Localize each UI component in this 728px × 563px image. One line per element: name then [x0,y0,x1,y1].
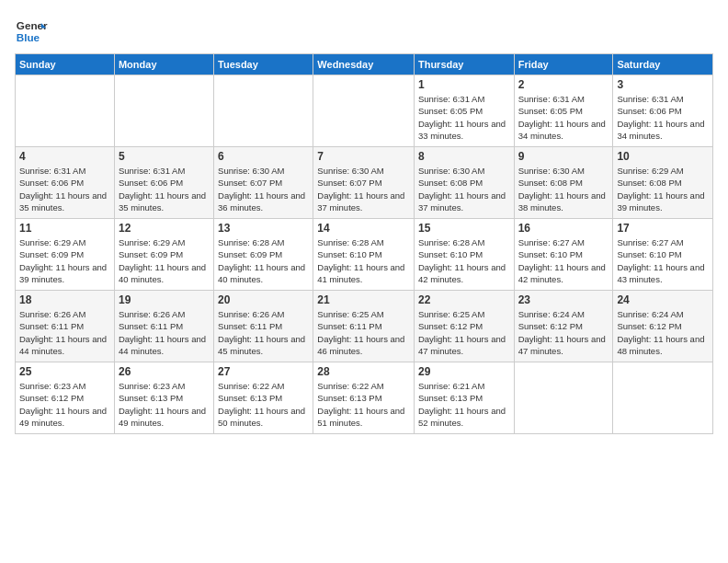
day-number: 14 [317,222,410,235]
day-detail: Sunrise: 6:21 AM Sunset: 6:13 PM Dayligh… [418,380,510,429]
day-detail: Sunrise: 6:31 AM Sunset: 6:06 PM Dayligh… [19,165,110,213]
day-number: 7 [317,150,410,163]
day-detail: Sunrise: 6:26 AM Sunset: 6:11 PM Dayligh… [119,308,210,357]
day-number: 8 [418,150,510,163]
calendar-cell: 12Sunrise: 6:29 AM Sunset: 6:09 PM Dayli… [114,219,213,291]
day-detail: Sunrise: 6:28 AM Sunset: 6:09 PM Dayligh… [218,236,309,285]
calendar-cell [114,75,213,147]
calendar-cell: 16Sunrise: 6:27 AM Sunset: 6:10 PM Dayli… [514,219,613,291]
calendar-cell: 4Sunrise: 6:31 AM Sunset: 6:06 PM Daylig… [16,147,115,219]
calendar-cell: 26Sunrise: 6:23 AM Sunset: 6:13 PM Dayli… [114,362,213,434]
day-detail: Sunrise: 6:27 AM Sunset: 6:10 PM Dayligh… [518,236,609,285]
day-detail: Sunrise: 6:29 AM Sunset: 6:09 PM Dayligh… [119,236,210,285]
day-detail: Sunrise: 6:31 AM Sunset: 6:05 PM Dayligh… [418,93,510,142]
svg-text:Blue: Blue [17,31,40,43]
day-number: 1 [418,78,510,91]
calendar-cell: 29Sunrise: 6:21 AM Sunset: 6:13 PM Dayli… [414,362,514,434]
day-detail: Sunrise: 6:30 AM Sunset: 6:08 PM Dayligh… [418,165,510,213]
calendar-cell: 6Sunrise: 6:30 AM Sunset: 6:07 PM Daylig… [214,147,313,219]
logo: General Blue [15,15,48,48]
calendar-cell: 17Sunrise: 6:27 AM Sunset: 6:10 PM Dayli… [613,219,713,291]
calendar-cell: 24Sunrise: 6:24 AM Sunset: 6:12 PM Dayli… [613,291,713,362]
day-detail: Sunrise: 6:26 AM Sunset: 6:11 PM Dayligh… [218,308,309,357]
day-number: 11 [19,222,110,235]
day-number: 20 [218,293,309,306]
day-number: 28 [317,365,410,378]
logo-icon: General Blue [15,15,48,48]
weekday-header-tuesday: Tuesday [214,54,313,75]
day-number: 2 [518,78,609,91]
day-number: 6 [218,150,309,163]
day-detail: Sunrise: 6:30 AM Sunset: 6:07 PM Dayligh… [317,165,410,213]
day-number: 9 [518,150,609,163]
calendar-cell: 7Sunrise: 6:30 AM Sunset: 6:07 PM Daylig… [313,147,415,219]
calendar-cell [16,75,115,147]
day-detail: Sunrise: 6:29 AM Sunset: 6:08 PM Dayligh… [617,165,709,213]
calendar-cell: 20Sunrise: 6:26 AM Sunset: 6:11 PM Dayli… [214,291,313,362]
calendar-cell: 18Sunrise: 6:26 AM Sunset: 6:11 PM Dayli… [16,291,115,362]
day-number: 15 [418,222,510,235]
page-header: General Blue [15,15,713,48]
day-detail: Sunrise: 6:23 AM Sunset: 6:12 PM Dayligh… [19,380,110,429]
day-detail: Sunrise: 6:28 AM Sunset: 6:10 PM Dayligh… [418,236,510,285]
calendar-cell: 27Sunrise: 6:22 AM Sunset: 6:13 PM Dayli… [214,362,313,434]
weekday-header-saturday: Saturday [613,54,713,75]
weekday-header-thursday: Thursday [414,54,514,75]
calendar-cell: 10Sunrise: 6:29 AM Sunset: 6:08 PM Dayli… [613,147,713,219]
day-detail: Sunrise: 6:23 AM Sunset: 6:13 PM Dayligh… [119,380,210,429]
calendar-cell: 1Sunrise: 6:31 AM Sunset: 6:05 PM Daylig… [414,75,514,147]
day-number: 25 [19,365,110,378]
calendar-cell [613,362,713,434]
calendar-cell: 9Sunrise: 6:30 AM Sunset: 6:08 PM Daylig… [514,147,613,219]
day-number: 17 [617,222,709,235]
calendar-cell: 21Sunrise: 6:25 AM Sunset: 6:11 PM Dayli… [313,291,415,362]
day-number: 3 [617,78,709,91]
day-detail: Sunrise: 6:30 AM Sunset: 6:08 PM Dayligh… [518,165,609,213]
day-number: 24 [617,293,709,306]
day-detail: Sunrise: 6:31 AM Sunset: 6:06 PM Dayligh… [617,93,709,142]
calendar-cell: 8Sunrise: 6:30 AM Sunset: 6:08 PM Daylig… [414,147,514,219]
day-detail: Sunrise: 6:30 AM Sunset: 6:07 PM Dayligh… [218,165,309,213]
day-number: 5 [119,150,210,163]
calendar-cell [313,75,415,147]
calendar-cell [214,75,313,147]
day-detail: Sunrise: 6:25 AM Sunset: 6:11 PM Dayligh… [317,308,410,357]
weekday-header-monday: Monday [114,54,213,75]
day-detail: Sunrise: 6:22 AM Sunset: 6:13 PM Dayligh… [218,380,309,429]
day-detail: Sunrise: 6:28 AM Sunset: 6:10 PM Dayligh… [317,236,410,285]
calendar-cell: 13Sunrise: 6:28 AM Sunset: 6:09 PM Dayli… [214,219,313,291]
calendar-cell: 5Sunrise: 6:31 AM Sunset: 6:06 PM Daylig… [114,147,213,219]
calendar-cell: 25Sunrise: 6:23 AM Sunset: 6:12 PM Dayli… [16,362,115,434]
day-number: 13 [218,222,309,235]
calendar-cell: 14Sunrise: 6:28 AM Sunset: 6:10 PM Dayli… [313,219,415,291]
weekday-header-sunday: Sunday [16,54,115,75]
calendar-cell: 19Sunrise: 6:26 AM Sunset: 6:11 PM Dayli… [114,291,213,362]
day-number: 10 [617,150,709,163]
day-number: 21 [317,293,410,306]
day-number: 27 [218,365,309,378]
day-detail: Sunrise: 6:25 AM Sunset: 6:12 PM Dayligh… [418,308,510,357]
day-detail: Sunrise: 6:31 AM Sunset: 6:05 PM Dayligh… [518,93,609,142]
day-number: 16 [518,222,609,235]
day-detail: Sunrise: 6:22 AM Sunset: 6:13 PM Dayligh… [317,380,410,429]
calendar-cell: 11Sunrise: 6:29 AM Sunset: 6:09 PM Dayli… [16,219,115,291]
day-detail: Sunrise: 6:29 AM Sunset: 6:09 PM Dayligh… [19,236,110,285]
day-number: 26 [119,365,210,378]
day-detail: Sunrise: 6:27 AM Sunset: 6:10 PM Dayligh… [617,236,709,285]
day-number: 22 [418,293,510,306]
weekday-header-wednesday: Wednesday [313,54,415,75]
calendar-cell: 3Sunrise: 6:31 AM Sunset: 6:06 PM Daylig… [613,75,713,147]
day-detail: Sunrise: 6:31 AM Sunset: 6:06 PM Dayligh… [119,165,210,213]
calendar-table: SundayMondayTuesdayWednesdayThursdayFrid… [15,53,713,434]
day-number: 12 [119,222,210,235]
weekday-header-friday: Friday [514,54,613,75]
day-detail: Sunrise: 6:24 AM Sunset: 6:12 PM Dayligh… [617,308,709,357]
calendar-cell: 22Sunrise: 6:25 AM Sunset: 6:12 PM Dayli… [414,291,514,362]
calendar-cell [514,362,613,434]
day-number: 29 [418,365,510,378]
calendar-cell: 15Sunrise: 6:28 AM Sunset: 6:10 PM Dayli… [414,219,514,291]
day-number: 4 [19,150,110,163]
calendar-cell: 23Sunrise: 6:24 AM Sunset: 6:12 PM Dayli… [514,291,613,362]
day-number: 23 [518,293,609,306]
day-detail: Sunrise: 6:26 AM Sunset: 6:11 PM Dayligh… [19,308,110,357]
